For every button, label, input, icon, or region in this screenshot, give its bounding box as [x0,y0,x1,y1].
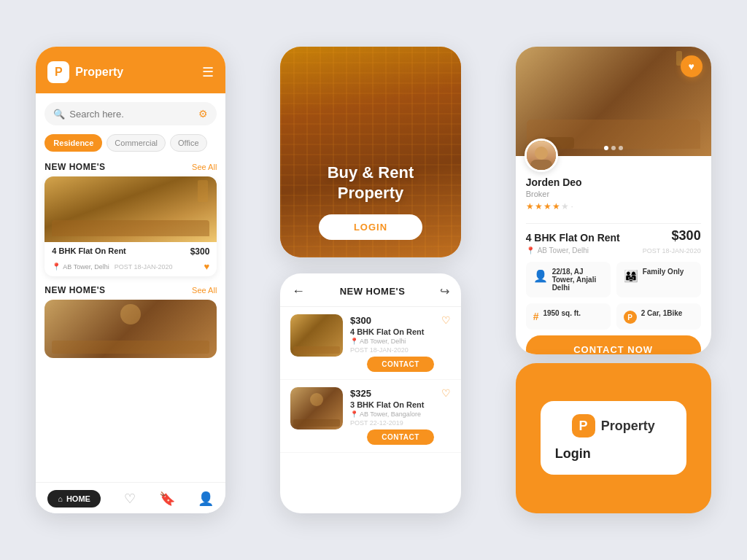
profile-icon[interactable]: 👤 [198,491,214,507]
login-logo-icon: P [572,414,595,438]
family-icon: 👨‍👩‍👧 [624,269,638,283]
listing-name-2: 3 BHK Flat On Rent [350,400,451,409]
login-button[interactable]: LOGIN [319,214,422,240]
buy-rent-title: Buy & RentProperty [319,163,422,203]
card2-content: Buy & RentProperty LOGIN [319,163,422,240]
date-text-1: POST 18-JAN-2020 [115,263,173,271]
detail-location-row: 📍 AB Tower, Delhi POST 18-JAN-2020 [526,246,701,254]
listing-item-1[interactable]: $300 ♡ 4 BHK Flat On Rent 📍 AB Tower, De… [280,307,461,380]
location-text-1: AB Tower, Delhi [63,263,109,271]
detail-date: POST 18-JAN-2020 [643,247,701,254]
address-icon: 👤 [533,269,548,283]
logo-icon: P [47,61,69,83]
section2-see-all[interactable]: See All [192,286,217,295]
listing-name-1: 4 BHK Flat On Rent [350,327,451,336]
rating-stars: ★★★★★ · [526,201,701,211]
login-app-name: Property [601,419,655,434]
listing-price-2: $325 [350,388,371,399]
app-container: P Property ☰ 🔍 ⚙ Residence Commercial Of… [0,0,747,560]
card3-title: NEW HOME'S [340,286,406,297]
contact-now-button[interactable]: CONTACT NOW [526,335,701,354]
search-bar[interactable]: 🔍 ⚙ [44,102,217,125]
hamburger-icon[interactable]: ☰ [202,64,214,80]
listing-loc-1: 📍 AB Tower, Delhi [350,338,451,345]
section1-title: NEW HOME'S [44,162,105,172]
detail-grid: 👤 22/18, AJ Tower, Anjali Delhi 👨‍👩‍👧 Fa… [526,262,701,330]
area-icon: # [533,311,539,322]
main-app-screen: P Property ☰ 🔍 ⚙ Residence Commercial Of… [36,47,225,513]
detail-property-image: ♥ [516,47,711,156]
property-detail-screen: ♥ Jorden Deo Broker ★★★★★ · 4 BHK Fla [516,47,711,354]
home-label: HOME [66,494,90,503]
contact-button-2[interactable]: CONTACT [367,429,434,445]
listing-price-1: $300 [350,315,371,326]
search-icon: 🔍 [53,109,65,120]
listing-item-2[interactable]: $325 ♡ 3 BHK Flat On Rent 📍 AB Tower, Ba… [280,380,461,453]
login-title: Login [555,446,672,462]
middle-column: Buy & RentProperty LOGIN ← NEW HOME'S ↪ … [280,47,461,513]
section2-title: NEW HOME'S [44,285,105,295]
listing-fav-2[interactable]: ♡ [441,387,451,399]
right-column: ♥ Jorden Deo Broker ★★★★★ · 4 BHK Fla [516,47,711,513]
listing-image-1 [290,314,343,357]
search-input[interactable] [69,109,194,120]
property-card-1[interactable]: 4 BHK Flat On Rent $300 📍 AB Tower, Delh… [44,176,217,276]
detail-price: $300 [672,228,701,244]
favorites-icon[interactable]: ♡ [124,491,136,507]
listing-fav-1[interactable]: ♡ [441,314,451,326]
detail-body: Jorden Deo Broker ★★★★★ · 4 BHK Flat On … [516,156,711,354]
share-button[interactable]: ↪ [440,284,449,298]
listing-info-2: $325 ♡ 3 BHK Flat On Rent 📍 AB Tower, Ba… [350,387,451,445]
app-header: P Property ☰ [36,47,225,93]
detail-location: AB Tower, Delhi [538,246,589,254]
tab-commercial[interactable]: Commercial [107,134,166,152]
favorite-icon-1[interactable]: ♥ [204,261,210,272]
detail-cell-address: 👤 22/18, AJ Tower, Anjali Delhi [526,262,611,298]
tab-office[interactable]: Office [170,134,207,152]
detail-cell-area: # 1950 sq. ft. [526,303,611,330]
app-name-label: Property [75,66,123,79]
property-price-1: $300 [190,246,210,257]
detail-cell-parking: P 2 Car, 1Bike [616,303,701,330]
property-info-1: 4 BHK Flat On Rent $300 [44,242,217,261]
login-logo-row: P Property [555,414,672,438]
home-icon: ⌂ [58,494,63,503]
section1-see-all[interactable]: See All [192,163,217,171]
detail-row-top: 4 BHK Flat On Rent $300 [526,228,701,244]
property-location-1: 📍 AB Tower, Delhi POST 18-JAN-2020 ♥ [44,261,217,276]
listing-date-2: POST 22-12-2019 [350,419,451,427]
listing-info-1: $300 ♡ 4 BHK Flat On Rent 📍 AB Tower, De… [350,314,451,372]
logo-box: P Property [47,61,123,83]
section2-header: NEW HOME'S See All [36,282,225,300]
family-value: Family Only [643,268,684,276]
listing-date-1: POST 18-JAN-2020 [350,346,451,354]
section1-header: NEW HOME'S See All [36,159,225,176]
home-button[interactable]: ⌂ HOME [47,490,101,508]
filter-icon[interactable]: ⚙ [198,108,208,120]
parking-value: 2 Car, 1Bike [641,309,683,317]
detail-cell-family: 👨‍👩‍👧 Family Only [616,262,701,298]
card3-header: ← NEW HOME'S ↪ [280,273,461,307]
detail-favorite-button[interactable]: ♥ [681,55,703,77]
bookmarks-icon[interactable]: 🔖 [159,491,175,507]
contact-button-1[interactable]: CONTACT [367,357,434,372]
image-dots [604,146,623,150]
tab-residence[interactable]: Residence [44,134,102,152]
property-image-1 [44,176,217,242]
back-button[interactable]: ← [292,284,305,299]
broker-name: Jorden Deo [526,176,701,188]
login-screen: P Property Login [516,363,711,513]
property-card-2[interactable] [44,300,217,358]
broker-avatar [525,139,558,172]
parking-icon: P [624,311,637,324]
address-value: 22/18, AJ Tower, Anjali Delhi [552,268,603,292]
filter-tabs: Residence Commercial Office [36,134,225,159]
broker-role: Broker [526,190,701,198]
new-homes-list-screen: ← NEW HOME'S ↪ $300 ♡ 4 BHK Flat On Rent… [280,273,461,513]
detail-property-name: 4 BHK Flat On Rent [526,232,620,244]
bottom-nav: ⌂ HOME ♡ 🔖 👤 [36,482,225,513]
area-value: 1950 sq. ft. [543,309,581,317]
buy-rent-screen: Buy & RentProperty LOGIN [280,47,461,257]
listing-image-2 [290,387,343,429]
login-card-inner: P Property Login [541,401,686,475]
